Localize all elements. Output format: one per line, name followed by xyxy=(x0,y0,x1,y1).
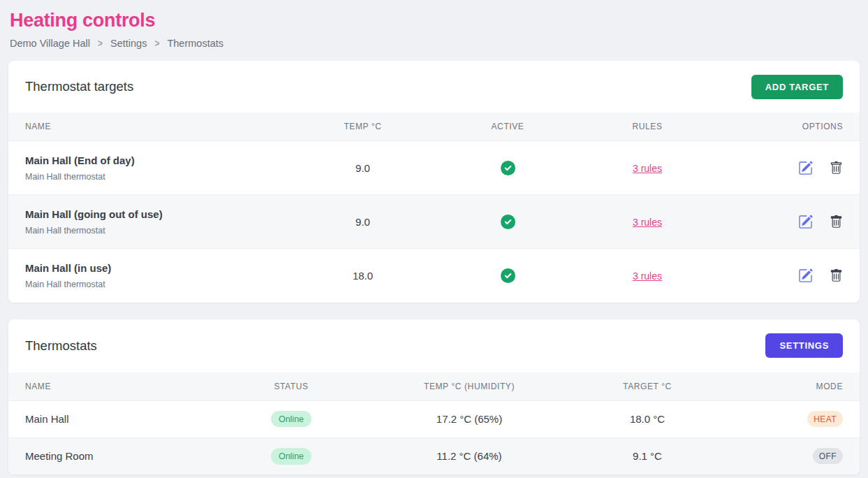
thermostat-targets-card: Thermostat targets ADD TARGET NAME TEMP … xyxy=(8,61,860,303)
add-target-button[interactable]: ADD TARGET xyxy=(751,75,843,99)
page-title: Heating controls xyxy=(10,10,860,31)
col-temp-humidity: TEMP °C (HUMIDITY) xyxy=(378,372,560,401)
mode-badge: HEAT xyxy=(807,411,843,427)
target-thermostat: Main Hall thermostat xyxy=(25,280,257,289)
edit-target-button[interactable] xyxy=(798,268,813,283)
table-row: Main Hall (in use) Main Hall thermostat … xyxy=(8,249,860,303)
rules-link[interactable]: 3 rules xyxy=(633,217,662,228)
col-target: TARGET °C xyxy=(560,372,735,401)
delete-target-button[interactable] xyxy=(830,161,843,175)
thermostats-header: Thermostats SETTINGS xyxy=(8,319,860,372)
edit-target-button[interactable] xyxy=(798,161,813,175)
table-row: Meeting Room Online 11.2 °C (64%) 9.1 °C… xyxy=(8,437,860,475)
rules-link[interactable]: 3 rules xyxy=(633,163,662,174)
status-badge: Online xyxy=(271,448,311,465)
thermostat-temp: 11.2 °C (64%) xyxy=(378,437,560,475)
active-check-icon xyxy=(501,215,515,229)
target-name: Main Hall (in use) xyxy=(25,262,257,274)
thermostats-table: NAME STATUS TEMP °C (HUMIDITY) TARGET °C… xyxy=(8,372,860,475)
settings-button[interactable]: SETTINGS xyxy=(765,333,843,358)
target-temp: 9.0 xyxy=(274,141,452,195)
thermostat-name: Meeting Room xyxy=(8,437,204,475)
breadcrumb-demo-village-hall[interactable]: Demo Village Hall xyxy=(10,38,90,49)
status-badge: Online xyxy=(271,411,311,428)
targets-table-header-row: NAME TEMP °C ACTIVE RULES OPTIONS xyxy=(8,113,860,141)
col-name: NAME xyxy=(8,113,274,141)
target-name: Main Hall (End of day) xyxy=(25,154,257,166)
col-options: OPTIONS xyxy=(731,113,860,141)
thermostats-title: Thermostats xyxy=(25,338,97,354)
col-status: STATUS xyxy=(204,372,378,401)
thermostat-name: Main Hall xyxy=(8,400,204,437)
table-row: Main Hall (going out of use) Main Hall t… xyxy=(8,195,860,249)
col-active: ACTIVE xyxy=(452,113,564,141)
rules-link[interactable]: 3 rules xyxy=(633,270,662,282)
target-temp: 9.0 xyxy=(274,195,452,249)
thermostat-targets-title: Thermostat targets xyxy=(25,79,133,94)
table-row: Main Hall Online 17.2 °C (65%) 18.0 °C H… xyxy=(8,400,860,437)
heating-controls-page: Heating controls Demo Village Hall > Set… xyxy=(0,0,868,475)
thermostat-target: 18.0 °C xyxy=(560,400,735,437)
col-temp: TEMP °C xyxy=(274,113,452,141)
target-thermostat: Main Hall thermostat xyxy=(25,172,257,182)
active-check-icon xyxy=(501,268,515,283)
breadcrumb-thermostats: Thermostats xyxy=(167,38,223,49)
thermostat-targets-header: Thermostat targets ADD TARGET xyxy=(8,61,860,113)
breadcrumb: Demo Village Hall > Settings > Thermosta… xyxy=(10,38,860,49)
table-row: Main Hall (End of day) Main Hall thermos… xyxy=(8,141,860,195)
breadcrumb-separator-icon: > xyxy=(154,37,159,50)
edit-target-button[interactable] xyxy=(798,215,813,229)
target-name: Main Hall (going out of use) xyxy=(25,208,257,220)
breadcrumb-separator-icon: > xyxy=(98,37,103,50)
col-mode: MODE xyxy=(735,372,860,401)
target-thermostat: Main Hall thermostat xyxy=(25,226,257,236)
active-check-icon xyxy=(501,161,515,175)
delete-target-button[interactable] xyxy=(830,269,843,282)
mode-badge: OFF xyxy=(813,448,843,464)
thermostats-card: Thermostats SETTINGS NAME STATUS TEMP °C… xyxy=(8,319,860,475)
breadcrumb-settings[interactable]: Settings xyxy=(110,38,147,49)
thermostat-targets-table: NAME TEMP °C ACTIVE RULES OPTIONS Main H… xyxy=(8,113,860,303)
target-temp: 18.0 xyxy=(274,249,452,303)
thermostat-temp: 17.2 °C (65%) xyxy=(378,400,560,437)
thermostats-table-header-row: NAME STATUS TEMP °C (HUMIDITY) TARGET °C… xyxy=(8,372,860,401)
thermostat-target: 9.1 °C xyxy=(560,437,735,475)
col-name: NAME xyxy=(8,372,204,401)
delete-target-button[interactable] xyxy=(830,215,843,229)
col-rules: RULES xyxy=(564,113,731,141)
